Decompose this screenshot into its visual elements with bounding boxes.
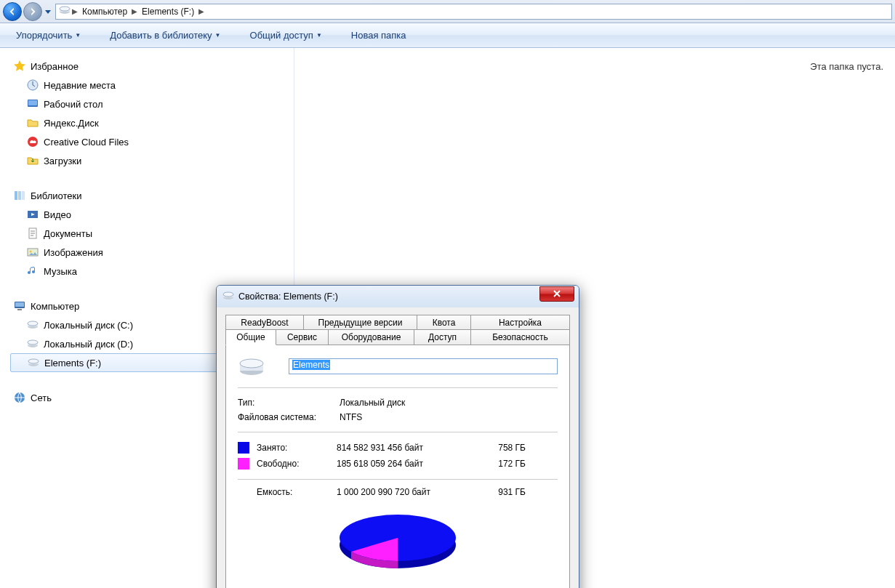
svg-rect-15 xyxy=(15,302,24,307)
volume-row: Elements xyxy=(238,355,558,377)
free-swatch xyxy=(238,458,249,470)
sidebar-header-label: Компьютер xyxy=(31,301,79,312)
toolbar-add-to-library[interactable]: Добавить в библиотеку▼ xyxy=(104,27,226,44)
svg-rect-8 xyxy=(18,191,21,200)
pictures-icon xyxy=(26,246,39,259)
tab-previous-versions[interactable]: Предыдущие версии xyxy=(304,315,417,330)
free-bytes: 185 618 059 264 байт xyxy=(337,459,482,469)
downloads-icon xyxy=(26,154,39,167)
cloud-icon xyxy=(26,135,39,148)
sidebar-item-video[interactable]: Видео xyxy=(10,205,294,224)
tab-body-general: Elements Тип:Локальный диск Файловая сис… xyxy=(225,345,570,588)
svg-point-32 xyxy=(240,359,263,368)
svg-rect-5 xyxy=(28,100,37,105)
used-gb: 758 ГБ xyxy=(482,443,526,453)
sidebar-item-yandex[interactable]: Яндекс.Диск xyxy=(10,113,294,132)
capacity-row: Емкость: 1 000 200 990 720 байт 931 ГБ xyxy=(238,479,558,497)
breadcrumb-arrow-icon: ▶ xyxy=(130,7,139,15)
drive-icon xyxy=(26,318,39,331)
breadcrumb-arrow-icon: ▶ xyxy=(71,7,79,15)
filesystem-value: NTFS xyxy=(340,412,362,422)
toolbar: Упорядочить▼ Добавить в библиотеку▼ Общи… xyxy=(0,23,895,48)
tab-row-back: ReadyBoost Предыдущие версии Квота Настр… xyxy=(225,315,570,330)
svg-point-25 xyxy=(28,359,39,363)
disk-usage-pie-chart xyxy=(332,509,463,574)
close-button[interactable] xyxy=(539,286,574,302)
drive-icon xyxy=(26,337,39,350)
used-swatch xyxy=(238,442,249,454)
properties-dialog: Свойства: Elements (F:) ReadyBoost Преды… xyxy=(216,285,579,588)
libraries-icon xyxy=(13,189,26,202)
breadcrumb-current[interactable]: Elements (F:) xyxy=(139,7,197,17)
svg-point-22 xyxy=(28,340,38,345)
info-block: Тип:Локальный диск Файловая система:NTFS xyxy=(238,387,558,424)
tabs-area: ReadyBoost Предыдущие версии Квота Настр… xyxy=(217,307,579,588)
sidebar-item-label: Видео xyxy=(44,209,71,220)
sidebar-item-label: Изображения xyxy=(44,247,103,258)
nav-bar: ▶ Компьютер ▶ Elements (F:) ▶ xyxy=(0,0,895,23)
dialog-title: Свойства: Elements (F:) xyxy=(238,291,539,302)
sidebar-group-favorites: Избранное Недавние места Рабочий стол Ян… xyxy=(10,57,294,170)
dialog-titlebar[interactable]: Свойства: Elements (F:) xyxy=(217,286,579,307)
drive-icon xyxy=(59,5,71,17)
svg-rect-9 xyxy=(22,191,25,200)
tab-general[interactable]: Общие xyxy=(225,329,276,345)
computer-icon xyxy=(13,299,26,313)
nav-back-button[interactable] xyxy=(3,2,22,21)
toolbar-share[interactable]: Общий доступ▼ xyxy=(244,27,328,44)
tab-hardware[interactable]: Оборудование xyxy=(329,329,414,345)
capacity-label: Емкость: xyxy=(238,487,337,497)
drive-icon xyxy=(222,291,234,302)
tab-quota[interactable]: Квота xyxy=(417,315,471,330)
sidebar-item-creative-cloud[interactable]: Creative Cloud Files xyxy=(10,132,294,151)
sidebar-header-libraries[interactable]: Библиотеки xyxy=(10,186,294,205)
sidebar-item-label: Яндекс.Диск xyxy=(44,118,99,129)
tab-readyboost[interactable]: ReadyBoost xyxy=(225,315,304,330)
tab-tools[interactable]: Сервис xyxy=(276,329,329,345)
sidebar-item-label: Локальный диск (C:) xyxy=(44,320,133,331)
star-icon xyxy=(13,60,26,73)
svg-rect-16 xyxy=(17,309,22,310)
breadcrumb-computer[interactable]: Компьютер xyxy=(79,7,130,17)
sidebar-item-music[interactable]: Музыка xyxy=(10,262,294,281)
toolbar-new-folder[interactable]: Новая папка xyxy=(345,27,412,44)
dropdown-arrow-icon: ▼ xyxy=(75,32,81,39)
tab-customize[interactable]: Настройка xyxy=(471,315,570,330)
volume-name-input[interactable]: Elements xyxy=(289,358,558,374)
free-gb: 172 ГБ xyxy=(482,459,526,469)
sidebar-item-label: Недавние места xyxy=(44,80,116,91)
sidebar-item-label: Creative Cloud Files xyxy=(44,137,129,148)
tab-sharing[interactable]: Доступ xyxy=(414,329,471,345)
type-label: Тип: xyxy=(238,398,340,408)
sidebar-item-documents[interactable]: Документы xyxy=(10,224,294,243)
svg-rect-7 xyxy=(15,191,17,200)
sidebar-item-recent[interactable]: Недавние места xyxy=(10,76,294,94)
drive-icon xyxy=(27,356,40,369)
tab-security[interactable]: Безопасность xyxy=(471,329,570,345)
empty-folder-text: Эта папка пуста. xyxy=(810,61,883,72)
used-bytes: 814 582 931 456 байт xyxy=(337,443,482,453)
filesystem-label: Файловая система: xyxy=(238,412,340,422)
desktop-icon xyxy=(26,97,39,110)
network-icon xyxy=(13,391,26,404)
recent-icon xyxy=(26,78,39,92)
toolbar-organize[interactable]: Упорядочить▼ xyxy=(10,27,87,44)
folder-icon xyxy=(26,116,39,129)
sidebar-item-label: Музыка xyxy=(44,266,77,277)
sidebar-item-pictures[interactable]: Изображения xyxy=(10,243,294,262)
free-label: Свободно: xyxy=(257,459,337,469)
sidebar-item-downloads[interactable]: Загрузки xyxy=(10,151,294,170)
capacity-bytes: 1 000 200 990 720 байт xyxy=(337,487,482,497)
nav-history-dropdown[interactable] xyxy=(44,4,52,19)
address-bar[interactable]: ▶ Компьютер ▶ Elements (F:) ▶ xyxy=(55,4,892,20)
sidebar-group-libraries: Библиотеки Видео Документы Изображения М… xyxy=(10,186,294,281)
video-icon xyxy=(26,208,39,221)
sidebar-header-label: Избранное xyxy=(31,61,79,72)
space-block: Занято: 814 582 931 456 байт 758 ГБ Своб… xyxy=(238,432,558,472)
sidebar-item-desktop[interactable]: Рабочий стол xyxy=(10,94,294,113)
sidebar-header-favorites[interactable]: Избранное xyxy=(10,57,294,76)
dropdown-arrow-icon: ▼ xyxy=(215,32,221,39)
nav-forward-button[interactable] xyxy=(23,2,42,21)
sidebar-item-label: Загрузки xyxy=(44,156,81,166)
sidebar-item-label: Elements (F:) xyxy=(44,358,101,368)
